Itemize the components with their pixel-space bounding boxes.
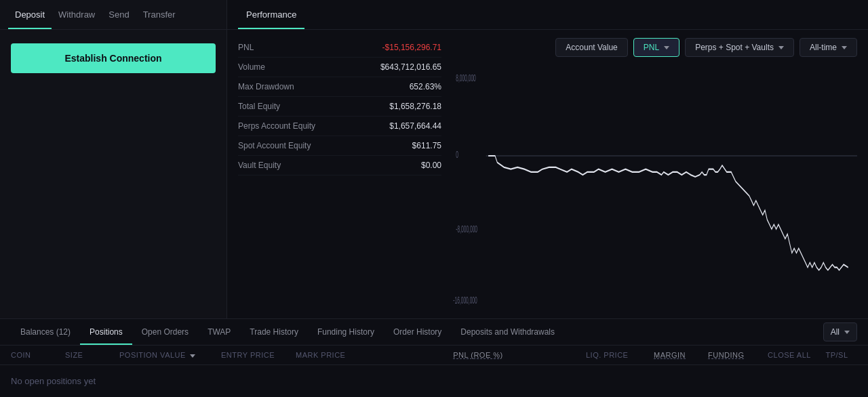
th-tpsl: TP/SL	[816, 351, 857, 359]
left-panel-content: Establish Connection	[0, 30, 226, 87]
all-chevron-icon	[844, 331, 850, 334]
left-tab-bar: Deposit Withdraw Send Transfer	[0, 0, 226, 30]
stat-label-pnl: PNL	[238, 43, 254, 52]
stat-label-volume: Volume	[238, 62, 265, 72]
tab-open-orders[interactable]: Open Orders	[132, 319, 198, 345]
time-filter-chevron-icon	[842, 46, 847, 49]
chart-wrapper: 8,000,000 0 -8,000,000 -16,000,000	[452, 62, 857, 310]
stat-label-total-equity: Total Equity	[238, 102, 280, 111]
tab-order-history[interactable]: Order History	[384, 319, 451, 345]
tab-funding-history[interactable]: Funding History	[308, 319, 384, 345]
y-label-top: 8,000,000	[456, 72, 476, 83]
tab-trade-history[interactable]: Trade History	[240, 319, 308, 345]
chart-area: Account Value PNL Perps + Spot + Vaults …	[452, 38, 857, 310]
th-funding[interactable]: Funding	[708, 351, 762, 359]
stat-label-vault-equity: Vault Equity	[238, 161, 281, 170]
tab-transfer[interactable]: Transfer	[136, 0, 182, 29]
th-close-all: Close All	[762, 351, 816, 359]
th-liq-price: Liq. Price	[586, 351, 654, 359]
stat-label-perps-equity: Perps Account Equity	[238, 121, 315, 131]
chart-controls: Account Value PNL Perps + Spot + Vaults …	[452, 38, 857, 57]
stat-row-volume: Volume $643,712,016.65	[238, 58, 441, 77]
pnl-line	[488, 156, 848, 270]
tab-withdraw[interactable]: Withdraw	[52, 0, 102, 29]
th-margin[interactable]: Margin	[654, 351, 708, 359]
tab-send[interactable]: Send	[102, 0, 136, 29]
y-label-neg8: -8,000,000	[456, 224, 477, 234]
th-position-value: Position Value	[119, 351, 221, 359]
stat-row-pnl: PNL -$15,156,296.71	[238, 38, 441, 58]
stat-value-perps-equity: $1,657,664.44	[389, 121, 441, 131]
stat-row-drawdown: Max Drawdown 652.63%	[238, 77, 441, 97]
th-size: Size	[65, 351, 119, 359]
perf-tab-bar: Performance	[227, 0, 868, 30]
tab-deposits-withdrawals[interactable]: Deposits and Withdrawals	[451, 319, 564, 345]
y-label-mid: 0	[456, 149, 458, 159]
stats-panel: PNL -$15,156,296.71 Volume $643,712,016.…	[238, 38, 441, 310]
stat-row-vault-equity: Vault Equity $0.00	[238, 156, 441, 175]
stat-label-spot-equity: Spot Account Equity	[238, 141, 311, 150]
table-header: Coin Size Position Value Entry Price Mar…	[0, 346, 868, 365]
pnl-chart: 8,000,000 0 -8,000,000 -16,000,000	[452, 62, 857, 310]
main-container: Deposit Withdraw Send Transfer Establish…	[0, 0, 868, 397]
asset-filter-button[interactable]: Perps + Spot + Vaults	[685, 38, 794, 57]
all-label: All	[831, 327, 840, 337]
th-pnl-roe[interactable]: PNL (ROE %)	[370, 351, 586, 359]
stat-row-perps-equity: Perps Account Equity $1,657,664.44	[238, 117, 441, 136]
tab-balances[interactable]: Balances (12)	[11, 319, 80, 345]
tab-positions[interactable]: Positions	[80, 319, 132, 345]
perf-content: PNL -$15,156,296.71 Volume $643,712,016.…	[227, 30, 868, 318]
stat-value-drawdown: 652.63%	[410, 82, 441, 91]
tab-performance[interactable]: Performance	[238, 0, 304, 29]
stat-value-pnl: -$15,156,296.71	[382, 43, 441, 52]
th-entry-price: Entry Price	[221, 351, 296, 359]
pnl-chevron-icon	[664, 46, 669, 49]
tab-twap[interactable]: TWAP	[198, 319, 240, 345]
stat-value-vault-equity: $0.00	[421, 161, 441, 170]
bottom-section: Balances (12) Positions Open Orders TWAP…	[0, 318, 868, 397]
establish-connection-button[interactable]: Establish Connection	[11, 43, 216, 73]
position-value-sort-icon	[190, 354, 195, 358]
stat-row-spot-equity: Spot Account Equity $611.75	[238, 136, 441, 156]
top-section: Deposit Withdraw Send Transfer Establish…	[0, 0, 868, 318]
th-mark-price: Mark Price	[296, 351, 370, 359]
stat-value-volume: $643,712,016.65	[380, 62, 441, 72]
all-dropdown[interactable]: All	[823, 322, 857, 341]
pnl-button[interactable]: PNL	[633, 38, 679, 57]
account-value-button[interactable]: Account Value	[555, 38, 628, 57]
th-coin: Coin	[11, 351, 65, 359]
stat-value-total-equity: $1,658,276.18	[389, 102, 441, 111]
bottom-tabs: Balances (12) Positions Open Orders TWAP…	[0, 319, 868, 346]
stat-row-total-equity: Total Equity $1,658,276.18	[238, 97, 441, 117]
y-label-neg16: -16,000,000	[453, 295, 477, 305]
left-panel: Deposit Withdraw Send Transfer Establish…	[0, 0, 227, 318]
time-filter-button[interactable]: All-time	[800, 38, 857, 57]
empty-positions-message: No open positions yet	[0, 365, 868, 397]
stat-label-drawdown: Max Drawdown	[238, 82, 294, 91]
stat-value-spot-equity: $611.75	[412, 141, 441, 150]
tab-deposit[interactable]: Deposit	[8, 0, 52, 29]
asset-filter-chevron-icon	[778, 46, 784, 49]
right-panel: Performance PNL -$15,156,296.71 Volume $…	[227, 0, 868, 318]
